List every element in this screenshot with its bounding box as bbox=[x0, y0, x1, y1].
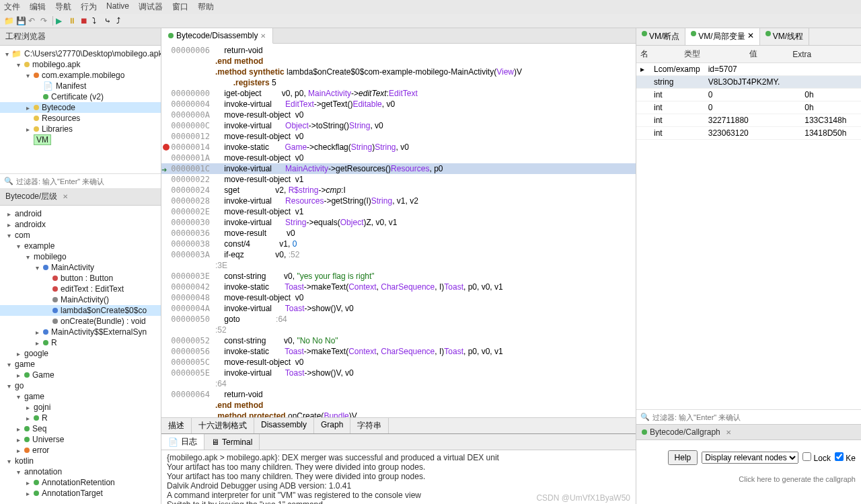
code-line[interactable]: 0000001A move-result-object v0 bbox=[161, 153, 636, 163]
twisty-icon[interactable]: ▸ bbox=[15, 350, 22, 358]
tree-row[interactable]: ▸ Universe bbox=[0, 434, 161, 445]
tree-row[interactable]: ▸ Game bbox=[0, 370, 161, 380]
twisty-icon[interactable]: ▸ bbox=[34, 339, 40, 347]
twisty-icon[interactable]: ▾ bbox=[5, 458, 12, 465]
tree-row[interactable]: ▸ AnnotationRetention bbox=[0, 477, 161, 488]
code-line[interactable]: :64 bbox=[161, 378, 636, 389]
bottom-tab[interactable]: 字符串 bbox=[350, 418, 389, 433]
vars-col-header[interactable]: Extra bbox=[788, 46, 861, 63]
vars-row[interactable]: stringV8L3ObJT4PK2MY. bbox=[636, 76, 861, 89]
tree-row[interactable]: ▸ Seq bbox=[0, 423, 161, 434]
tree-row[interactable]: Certificate (v2) bbox=[0, 91, 161, 102]
code-line[interactable]: 00000064 return-void bbox=[161, 389, 636, 400]
code-line[interactable]: 00000048 move-result-object v0 bbox=[161, 292, 636, 303]
display-select[interactable]: Display relevant nodes bbox=[702, 452, 798, 464]
vars-col-header[interactable]: 类型 bbox=[680, 46, 745, 63]
vars-row[interactable]: int00h bbox=[636, 89, 861, 101]
menu-item[interactable]: 窗口 bbox=[172, 1, 188, 13]
tab-threads[interactable]: VM/线程 bbox=[760, 28, 809, 45]
tree-row[interactable]: ▾ com.example.mobilego bbox=[0, 70, 161, 81]
twisty-icon[interactable]: ▸ bbox=[5, 210, 12, 218]
twisty-icon[interactable]: ▾ bbox=[5, 382, 12, 390]
code-line[interactable]: 00000000 iget-object v0, p0, MainActivit… bbox=[161, 88, 636, 99]
tree-row[interactable]: Resources bbox=[0, 113, 161, 124]
pause-icon[interactable]: ⏸ bbox=[68, 16, 77, 26]
close-icon[interactable]: ✕ bbox=[747, 31, 754, 42]
tree-row[interactable]: ▾ mobilego bbox=[0, 251, 161, 262]
code-line[interactable]: 00000042 invoke-static Toast->makeText(C… bbox=[161, 282, 636, 292]
code-line[interactable]: 00000028 invoke-virtual Resources->getSt… bbox=[161, 196, 636, 206]
lock-checkbox[interactable]: Lock bbox=[802, 452, 831, 463]
twisty-icon[interactable]: ▾ bbox=[15, 61, 22, 69]
bottom-tab[interactable]: Disassembly bbox=[254, 418, 314, 433]
code-line[interactable]: 00000036 move-result v0 bbox=[161, 228, 636, 239]
tree-row[interactable]: ▾ go bbox=[0, 380, 161, 391]
close-icon[interactable]: ✕ bbox=[260, 32, 266, 40]
tree-row[interactable]: ▸ R bbox=[0, 337, 161, 348]
twisty-icon[interactable]: ▾ bbox=[24, 253, 31, 261]
tree-row[interactable]: ▸ error bbox=[0, 445, 161, 456]
code-line[interactable]: .registers 5 bbox=[161, 77, 636, 88]
tree-row[interactable]: ▸ R bbox=[0, 413, 161, 423]
callgraph-hint[interactable]: Click here to generate the callgraph bbox=[636, 475, 861, 486]
twisty-icon[interactable]: ▸ bbox=[15, 372, 22, 379]
code-line[interactable]: 0000000C invoke-virtual Object->toString… bbox=[161, 120, 636, 131]
menu-item[interactable]: 调试器 bbox=[139, 1, 163, 13]
tab-breakpoints[interactable]: VM/断点 bbox=[636, 28, 685, 45]
code-line[interactable]: ➜0000001C invoke-virtual MainActivity->g… bbox=[161, 163, 636, 174]
tree-row[interactable]: ▾ com bbox=[0, 230, 161, 241]
menu-item[interactable]: 帮助 bbox=[198, 1, 214, 13]
tree-row[interactable]: VM bbox=[0, 134, 161, 145]
disassembly-view[interactable]: 00000006 return-void.end method.method s… bbox=[161, 44, 636, 417]
log-tab-log[interactable]: 📄 日志 bbox=[161, 434, 204, 450]
code-line[interactable]: 0000005E invoke-virtual Toast->show()V, … bbox=[161, 368, 636, 378]
tree-row[interactable]: 📄 Manifest bbox=[0, 81, 161, 91]
project-filter-input[interactable] bbox=[16, 177, 157, 185]
ke-checkbox[interactable]: Ke bbox=[835, 452, 856, 463]
tree-row[interactable]: ▸ Libraries bbox=[0, 124, 161, 134]
tree-row[interactable]: MainActivity() bbox=[0, 294, 161, 305]
tree-row[interactable]: ▾ game bbox=[0, 391, 161, 402]
twisty-icon[interactable]: ▾ bbox=[24, 72, 31, 79]
tree-row[interactable]: ▾ annotation bbox=[0, 466, 161, 477]
code-line[interactable]: 00000014 invoke-static Game->checkflag(S… bbox=[161, 142, 636, 153]
vars-col-header[interactable]: 名 bbox=[636, 46, 680, 63]
code-line[interactable]: 00000006 return-void bbox=[161, 45, 636, 56]
breakpoint-icon[interactable] bbox=[163, 144, 170, 151]
twisty-icon[interactable]: ▸ bbox=[24, 479, 31, 487]
twisty-icon[interactable]: ▾ bbox=[5, 361, 12, 368]
tree-row[interactable]: ▾ kotlin bbox=[0, 456, 161, 466]
stop-icon[interactable]: ⏹ bbox=[80, 16, 89, 26]
tree-row[interactable]: ▾ mobilego.apk bbox=[0, 59, 161, 70]
code-line[interactable]: 0000002E move-result-object v1 bbox=[161, 206, 636, 217]
code-line[interactable]: :3E bbox=[161, 260, 636, 271]
save-icon[interactable]: 💾 bbox=[16, 16, 26, 26]
vars-row[interactable]: int00h bbox=[636, 101, 861, 114]
menu-item[interactable]: 文件 bbox=[4, 1, 20, 13]
tree-row[interactable]: ▸ google bbox=[0, 348, 161, 359]
code-line[interactable]: 00000012 move-result-object v0 bbox=[161, 131, 636, 142]
tree-row[interactable]: ▸ gojni bbox=[0, 402, 161, 413]
twisty-icon[interactable]: ▸ bbox=[5, 221, 12, 228]
redo-icon[interactable]: ↷ bbox=[40, 16, 50, 26]
twisty-icon[interactable]: ▾ bbox=[34, 264, 40, 271]
log-body[interactable]: {mobilego.apk > mobilego.apk}: DEX merge… bbox=[161, 450, 636, 504]
tree-row[interactable]: ▸ Bytecode bbox=[0, 102, 161, 113]
code-line[interactable]: 0000003E const-string v0, "yes your flag… bbox=[161, 271, 636, 282]
twisty-icon[interactable]: ▸ bbox=[24, 490, 31, 497]
tree-row[interactable]: ▸ android bbox=[0, 208, 161, 219]
tree-row[interactable]: ▾📁 C:\Users\27770\Desktop\mobilego.apk bbox=[0, 48, 161, 59]
code-line[interactable]: 00000004 invoke-virtual EditText->getTex… bbox=[161, 99, 636, 110]
twisty-icon[interactable]: ▸ bbox=[24, 415, 31, 422]
vars-row[interactable]: ▸Lcom/exampid=5707 bbox=[636, 63, 861, 76]
code-line[interactable]: 00000024 sget v2, R$string->cmp:I bbox=[161, 185, 636, 196]
tree-row[interactable]: lambda$onCreate$0$co bbox=[0, 305, 161, 316]
code-line[interactable]: .end method bbox=[161, 400, 636, 411]
tree-row[interactable]: ▾ MainActivity bbox=[0, 262, 161, 273]
menu-item[interactable]: 导航 bbox=[55, 1, 71, 13]
twisty-icon[interactable]: ▾ bbox=[15, 243, 22, 250]
code-line[interactable]: 0000003A if-eqz v0, :52 bbox=[161, 249, 636, 260]
vars-row[interactable]: int32306312013418D50h bbox=[636, 127, 861, 140]
close-icon[interactable]: ✕ bbox=[63, 193, 68, 200]
code-line[interactable]: 00000050 goto :64 bbox=[161, 314, 636, 325]
